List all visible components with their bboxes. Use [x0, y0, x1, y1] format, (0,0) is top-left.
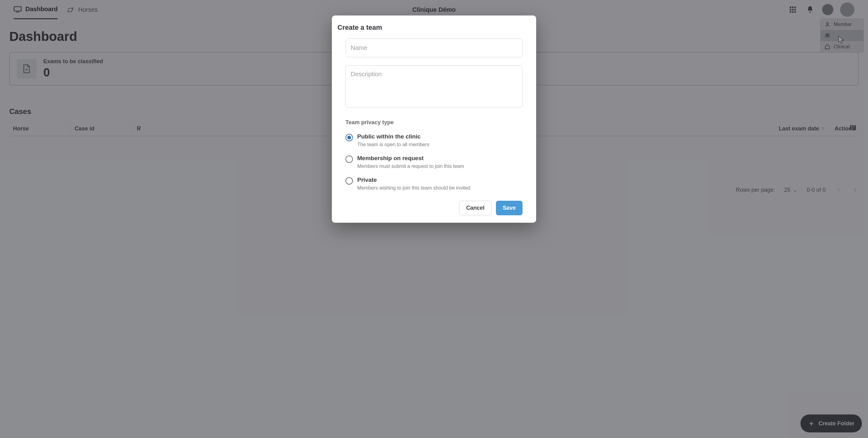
- privacy-section-label: Team privacy type: [345, 119, 523, 126]
- team-description-input[interactable]: [345, 65, 523, 108]
- save-button[interactable]: Save: [496, 201, 523, 215]
- radio-icon: [345, 155, 353, 163]
- radio-icon: [345, 134, 353, 141]
- privacy-option-request[interactable]: Membership on request Members must submi…: [345, 155, 523, 169]
- privacy-option-title: Membership on request: [357, 155, 464, 162]
- privacy-option-title: Public within the clinic: [357, 133, 429, 140]
- create-team-modal: Create a team Team privacy type Public w…: [332, 16, 536, 223]
- privacy-option-private[interactable]: Private Members wishing to join this tea…: [345, 177, 523, 191]
- privacy-option-desc: The team is open to all members: [357, 142, 429, 147]
- cancel-button[interactable]: Cancel: [459, 201, 492, 215]
- radio-icon: [345, 177, 353, 185]
- privacy-option-title: Private: [357, 177, 470, 183]
- privacy-option-public[interactable]: Public within the clinic The team is ope…: [345, 133, 523, 147]
- modal-title: Create a team: [337, 24, 531, 32]
- team-name-input[interactable]: [345, 38, 523, 57]
- modal-overlay[interactable]: Create a team Team privacy type Public w…: [0, 0, 868, 438]
- privacy-option-desc: Members must submit a request to join th…: [357, 164, 464, 169]
- privacy-option-desc: Members wishing to join this team should…: [357, 185, 470, 191]
